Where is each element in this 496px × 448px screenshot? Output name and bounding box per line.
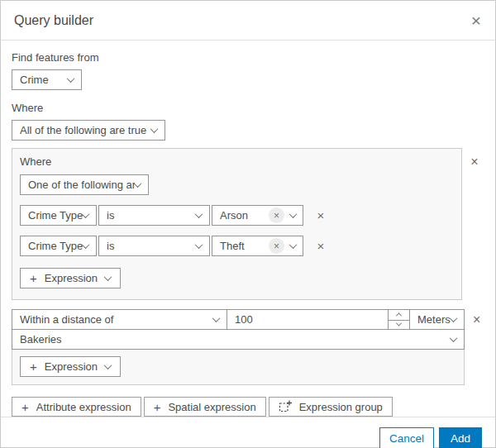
attribute-expression-label: Attribute expression	[36, 401, 131, 413]
plus-icon: +	[21, 401, 29, 413]
value-select-value: Theft	[220, 240, 269, 252]
spatial-expression-label: Spatial expression	[168, 401, 255, 413]
expression-group-2: Within a distance of	[12, 309, 465, 385]
expression-row-2: Crime Type is Theft × ×	[20, 236, 454, 256]
add-expression-group-button[interactable]: Expression group	[269, 397, 393, 417]
plus-icon: +	[30, 360, 37, 373]
operator-select[interactable]: is	[98, 205, 210, 226]
chevron-down-icon	[104, 361, 112, 369]
target-layer-select[interactable]: Bakeries	[12, 329, 465, 350]
unit-select[interactable]: Meters	[409, 309, 465, 330]
layer-select[interactable]: Crime	[12, 69, 82, 90]
remove-group-icon[interactable]: ×	[465, 309, 489, 330]
add-expression-button[interactable]: + Expression	[20, 268, 121, 288]
expression-group-label: Expression group	[299, 401, 383, 413]
remove-expression-icon[interactable]: ×	[309, 205, 332, 226]
expression-actions: + Attribute expression + Spatial express…	[12, 397, 487, 417]
cancel-button[interactable]: Cancel	[379, 427, 434, 448]
distance-input[interactable]	[227, 309, 389, 330]
chevron-down-icon	[449, 334, 457, 342]
chevron-down-icon	[104, 273, 112, 281]
operator-select[interactable]: is	[98, 236, 210, 256]
layer-select-value: Crime	[20, 74, 68, 86]
group-where-label: Where	[20, 155, 454, 168]
expression-row-1: Crime Type is Arson × ×	[20, 205, 454, 226]
spatial-expression-row: Within a distance of	[12, 309, 465, 330]
remove-expression-icon[interactable]: ×	[309, 236, 332, 256]
chevron-down-icon	[289, 210, 298, 218]
chevron-down-icon	[396, 321, 402, 326]
chevron-down-icon	[449, 314, 457, 322]
dialog-footer: Cancel Add	[1, 417, 495, 448]
spatial-operator-value: Within a distance of	[20, 313, 213, 326]
chevron-down-icon	[289, 241, 298, 249]
value-select-value: Arson	[220, 209, 269, 222]
clear-value-icon[interactable]: ×	[269, 207, 284, 223]
field-select[interactable]: Crime Type	[20, 205, 97, 226]
add-spatial-expression-button[interactable]: + Spatial expression	[144, 397, 266, 417]
value-select[interactable]: Arson ×	[212, 205, 303, 226]
operator-select-value: is	[107, 209, 196, 222]
unit-select-value: Meters	[417, 313, 451, 326]
chevron-down-icon	[195, 210, 203, 218]
add-attribute-expression-button[interactable]: + Attribute expression	[12, 397, 141, 417]
expression-group-1-row: Where One of the following are tr… Crime…	[12, 148, 487, 300]
plus-icon: +	[154, 401, 161, 413]
expression-group-2-row: Within a distance of	[12, 309, 487, 385]
spatial-operator-select[interactable]: Within a distance of	[12, 309, 227, 330]
close-icon[interactable]: ×	[471, 12, 481, 29]
dialog-body: Find features from Crime Where All of th…	[1, 41, 495, 417]
remove-group-icon[interactable]: ×	[462, 151, 487, 172]
operator-select-value: is	[107, 240, 196, 252]
distance-stepper	[388, 309, 410, 330]
target-layer-value: Bakeries	[20, 333, 451, 346]
plus-icon: +	[30, 272, 37, 284]
chevron-down-icon	[67, 74, 75, 83]
combine-operator-value: All of the following are true	[20, 124, 151, 136]
chevron-down-icon	[150, 125, 159, 133]
add-expression-button[interactable]: + Expression	[20, 356, 121, 377]
group-operator-select[interactable]: One of the following are tr…	[20, 174, 149, 195]
target-layer-row: Bakeries	[12, 329, 465, 350]
add-expression-label: Expression	[45, 272, 98, 284]
value-select[interactable]: Theft ×	[212, 236, 303, 256]
where-label: Where	[12, 102, 487, 114]
chevron-down-icon	[82, 210, 90, 218]
chevron-down-icon	[195, 241, 203, 249]
stepper-up-button[interactable]	[389, 310, 409, 320]
expression-group-icon	[279, 400, 292, 413]
field-select[interactable]: Crime Type	[20, 236, 97, 256]
chevron-down-icon	[134, 179, 142, 188]
clear-value-icon[interactable]: ×	[269, 238, 284, 254]
add-expression-label: Expression	[45, 360, 98, 373]
expression-group-1: Where One of the following are tr… Crime…	[12, 148, 462, 300]
field-select-value: Crime Type	[28, 240, 83, 252]
chevron-down-icon	[82, 241, 90, 249]
group-operator-value: One of the following are tr…	[28, 179, 135, 191]
add-button[interactable]: Add	[439, 427, 482, 448]
dialog-title: Query builder	[14, 13, 93, 28]
find-features-label: Find features from	[12, 51, 487, 64]
chevron-down-icon	[212, 314, 221, 322]
query-builder-dialog: Query builder × Find features from Crime…	[0, 0, 496, 448]
dialog-header: Query builder ×	[1, 1, 495, 41]
field-select-value: Crime Type	[28, 209, 83, 222]
combine-operator-select[interactable]: All of the following are true	[12, 120, 165, 141]
chevron-up-icon	[396, 313, 402, 319]
stepper-down-button[interactable]	[389, 320, 409, 330]
